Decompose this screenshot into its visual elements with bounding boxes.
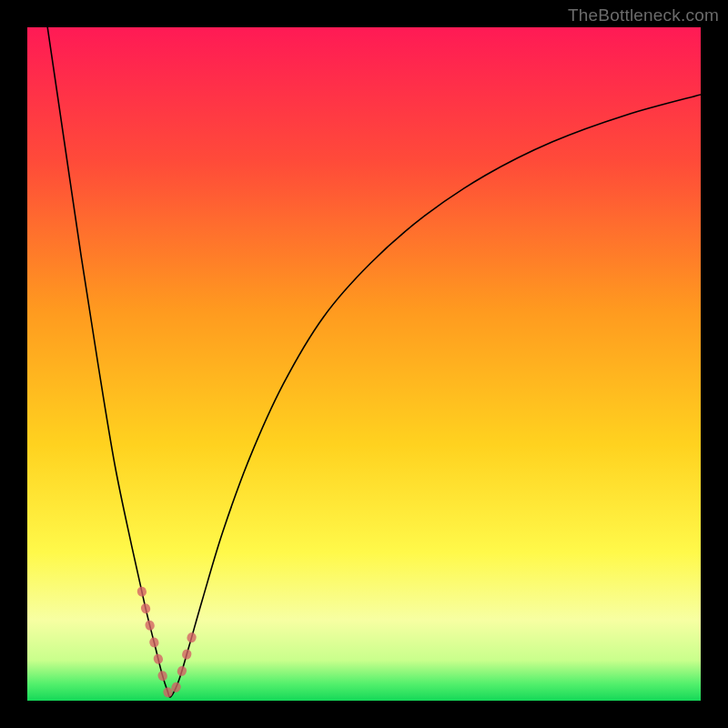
chart-frame: TheBottleneck.com	[0, 0, 728, 728]
watermark-text: TheBottleneck.com	[568, 5, 719, 25]
plot-area	[27, 27, 701, 701]
highlight-band	[27, 27, 701, 701]
